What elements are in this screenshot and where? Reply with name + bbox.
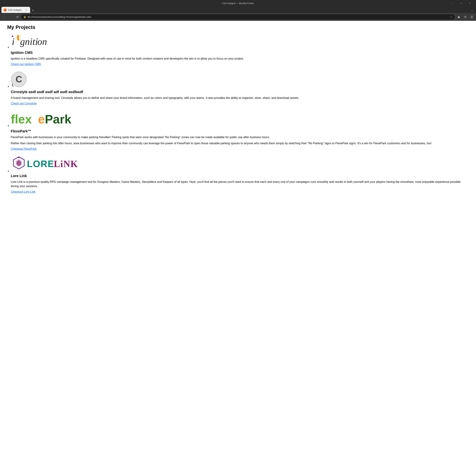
project-name-lorelink: Lore Link bbox=[11, 174, 469, 178]
window-title: CSS Subgrid — Mozilla Firefox bbox=[222, 2, 254, 5]
flexepark-logo-svg: flex e Park bbox=[11, 111, 100, 127]
back-button[interactable]: ← bbox=[1, 14, 7, 20]
url-text: file:///home/martine/Documents/Blog Post… bbox=[28, 16, 91, 18]
page-content: My Projects i bbox=[0, 21, 476, 464]
cirrostyle-logo-svg: C bbox=[11, 71, 27, 87]
ignition-logo-svg: i gniti on bbox=[11, 34, 57, 48]
list-item: LORE LiNK Lore Link Lore Link is a premi… bbox=[11, 156, 469, 193]
menu-button[interactable]: ☰ bbox=[469, 14, 475, 20]
tab-favicon bbox=[4, 9, 7, 11]
svg-text:e: e bbox=[38, 112, 45, 126]
active-tab[interactable]: CSS Subgrid × bbox=[1, 7, 30, 13]
lorelink-logo-svg: LORE LiNK bbox=[11, 156, 86, 172]
ignition-link[interactable]: Check out Ignition CMS bbox=[11, 63, 41, 66]
svg-text:i: i bbox=[12, 36, 15, 47]
svg-text:C: C bbox=[16, 74, 22, 84]
project-name-ignition: Ignition CMS bbox=[11, 51, 469, 55]
svg-text:LORE: LORE bbox=[27, 159, 54, 169]
project-description-lorelink: Lore Link is a premium-quality RPG campa… bbox=[11, 180, 469, 188]
maximize-button[interactable]: □ bbox=[457, 1, 465, 6]
minimize-button[interactable]: − bbox=[448, 1, 457, 6]
svg-point-2 bbox=[19, 35, 20, 36]
svg-text:Park: Park bbox=[45, 112, 71, 126]
project-name-flexepark: FlexePark™ bbox=[11, 129, 469, 133]
list-item: flex e Park FlexePark™ FlexePark works w… bbox=[11, 111, 469, 151]
pocket-button[interactable]: ◆ bbox=[456, 14, 462, 20]
project-description-cirrostyle: A brand management and sharing tool, Cir… bbox=[11, 96, 469, 100]
tab-close-button[interactable]: × bbox=[24, 8, 28, 12]
tab-label: CSS Subgrid bbox=[8, 9, 23, 11]
flexepark-link[interactable]: Checkout FlexePark bbox=[11, 147, 469, 151]
lorelink-logo: LORE LiNK bbox=[11, 156, 469, 172]
svg-text:gniti: gniti bbox=[20, 36, 38, 47]
lock-icon: 🔒 bbox=[23, 16, 26, 18]
title-bar: CSS Subgrid — Mozilla Firefox − □ × bbox=[0, 0, 476, 7]
nav-bar: ← → ↺ 🔒 file:///home/martine/Documents/B… bbox=[0, 13, 476, 21]
cirrostyle-link[interactable]: Check out Cirrostyle bbox=[11, 102, 37, 105]
flexepark-logo: flex e Park bbox=[11, 111, 469, 127]
svg-point-14 bbox=[18, 157, 19, 158]
lorelink-link[interactable]: Checkout Lore Link bbox=[11, 190, 469, 193]
cirrostyle-logo: C bbox=[11, 71, 469, 88]
projects-list: i gniti on Ignition CMS bbox=[7, 34, 469, 193]
browser-chrome: CSS Subgrid — Mozilla Firefox − □ × CSS … bbox=[0, 0, 476, 21]
page-title: My Projects bbox=[7, 24, 469, 30]
reload-button[interactable]: ↺ bbox=[14, 14, 20, 20]
bookmark-star-icon[interactable]: ☆ bbox=[450, 15, 453, 19]
forward-button[interactable]: → bbox=[8, 14, 14, 20]
new-tab-button[interactable]: + bbox=[30, 8, 36, 13]
tab-overflow-button[interactable]: ⌄ bbox=[469, 8, 475, 13]
project-description-flexepark-1: FlexePark works with businesses in your … bbox=[11, 135, 469, 139]
close-button[interactable]: × bbox=[466, 1, 474, 6]
tab-bar: CSS Subgrid × + ⌄ bbox=[0, 7, 476, 13]
window-controls: − □ × bbox=[448, 1, 474, 6]
list-item: i gniti on Ignition CMS bbox=[11, 34, 469, 66]
nav-right-buttons: ◆ ⟳ ☰ bbox=[456, 14, 475, 20]
extensions-button[interactable]: ⟳ bbox=[462, 14, 468, 20]
address-bar[interactable]: 🔒 file:///home/martine/Documents/Blog Po… bbox=[21, 14, 455, 20]
svg-text:flex: flex bbox=[11, 112, 32, 126]
svg-text:on: on bbox=[37, 36, 47, 47]
project-description-ignition: Ignition is a headless CMS specifically … bbox=[11, 57, 469, 61]
project-name-cirrostyle: Cirrostyle asdf asdf asdf adf asdf asdfa… bbox=[11, 90, 469, 94]
list-item: C Cirrostyle asdf asdf asdf adf asdf asd… bbox=[11, 71, 469, 105]
project-description-flexepark-2: Rather than closing their parking lots a… bbox=[11, 141, 469, 145]
svg-text:LiNK: LiNK bbox=[54, 159, 78, 169]
ignition-logo: i gniti on bbox=[11, 34, 469, 49]
